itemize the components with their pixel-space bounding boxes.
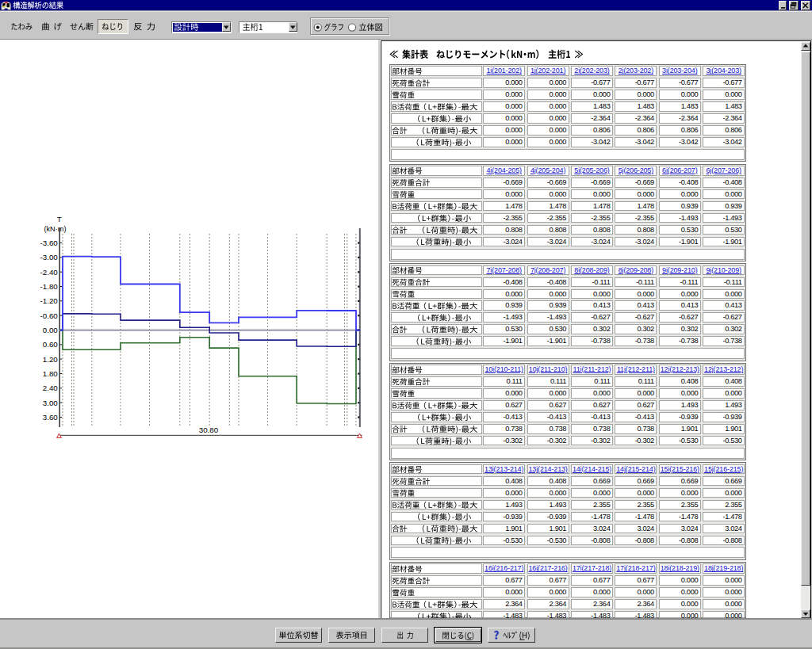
svg-text:T: T — [57, 215, 62, 223]
svg-text:-0.60: -0.60 — [40, 311, 58, 320]
svg-text:1.80: 1.80 — [43, 369, 59, 378]
svg-text:0.00: 0.00 — [43, 326, 59, 334]
svg-text:-2.40: -2.40 — [40, 268, 58, 277]
svg-text:-1.20: -1.20 — [40, 296, 58, 305]
svg-text:(kN·m): (kN·m) — [44, 225, 66, 233]
svg-text:3.60: 3.60 — [43, 413, 59, 422]
svg-text:-3.60: -3.60 — [40, 239, 58, 247]
svg-text:0.60: 0.60 — [43, 340, 59, 349]
svg-text:-1.80: -1.80 — [40, 282, 58, 291]
svg-text:3.00: 3.00 — [43, 399, 59, 407]
svg-text:30.80: 30.80 — [199, 426, 219, 434]
svg-text:-3.00: -3.00 — [40, 253, 58, 262]
svg-text:2.40: 2.40 — [43, 384, 59, 392]
svg-text:1.20: 1.20 — [43, 355, 59, 364]
